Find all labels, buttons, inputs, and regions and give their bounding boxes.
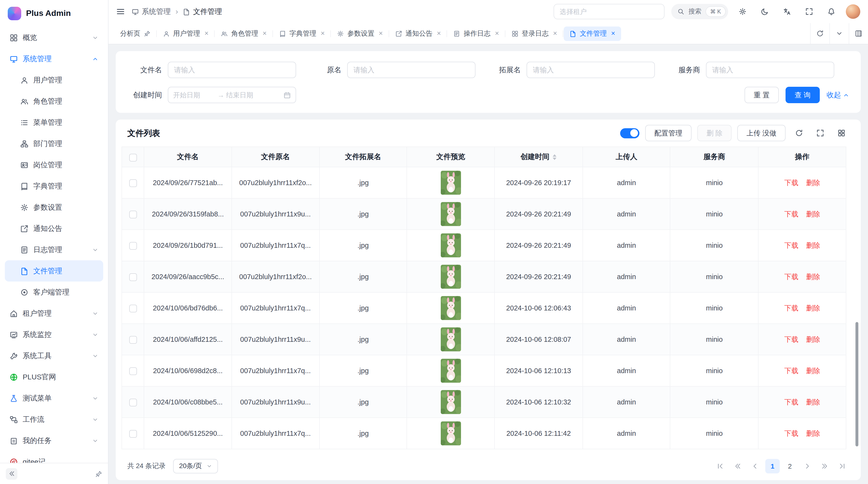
page-button-2[interactable]: 2	[783, 459, 797, 474]
download-link[interactable]: 下载	[784, 429, 798, 437]
col-file-name[interactable]: 文件名	[144, 147, 231, 167]
refresh-tab-button[interactable]	[810, 23, 830, 44]
sidebar-toggle-button[interactable]	[116, 7, 125, 16]
download-link[interactable]: 下载	[784, 366, 798, 374]
tab-analysis[interactable]: 分析页	[114, 26, 156, 41]
page-button-1[interactable]: 1	[765, 459, 780, 474]
translate-button[interactable]	[779, 4, 795, 19]
tab-menu-button[interactable]	[830, 23, 849, 44]
select-all-checkbox[interactable]	[129, 154, 137, 161]
download-link[interactable]: 下载	[784, 335, 798, 343]
download-link[interactable]: 下载	[784, 272, 798, 280]
file-preview-image[interactable]	[440, 327, 461, 351]
file-preview-image[interactable]	[440, 171, 461, 195]
sidebar-item-post-management[interactable]: 岗位管理	[5, 154, 103, 175]
download-link[interactable]: 下载	[784, 398, 798, 406]
row-checkbox[interactable]	[129, 273, 137, 281]
close-icon[interactable]: ×	[495, 30, 499, 37]
delete-link[interactable]: 删除	[806, 241, 820, 249]
close-icon[interactable]: ×	[321, 30, 325, 37]
sidebar-item-test-menu[interactable]: 测试菜单	[5, 388, 103, 409]
file-preview-image[interactable]	[440, 265, 461, 289]
tab-operation-log[interactable]: 操作日志 ×	[448, 26, 505, 41]
file-preview-image[interactable]	[440, 296, 461, 320]
row-checkbox[interactable]	[129, 367, 137, 375]
config-management-button[interactable]: 配置管理	[645, 125, 691, 141]
tab-dict-management[interactable]: 字典管理 ×	[273, 26, 331, 41]
col-provider[interactable]: 服务商	[670, 147, 758, 167]
notifications-button[interactable]	[824, 4, 839, 19]
sidebar-item-system-tools[interactable]: 系统工具	[5, 345, 103, 366]
file-preview-image[interactable]	[440, 359, 461, 383]
file-preview-image[interactable]	[440, 202, 461, 226]
date-range-picker[interactable]: →	[168, 87, 296, 103]
search-toggle-switch[interactable]	[620, 128, 640, 138]
sidebar-item-department-management[interactable]: 部门管理	[5, 133, 103, 154]
file-preview-image[interactable]	[440, 421, 461, 445]
last-page-button[interactable]	[835, 459, 849, 474]
delete-link[interactable]: 删除	[806, 398, 820, 406]
sidebar-item-workflow[interactable]: 工作流	[5, 409, 103, 430]
sidebar-item-role-management[interactable]: 角色管理	[5, 91, 103, 112]
tab-user-management[interactable]: 用户管理 ×	[157, 26, 214, 41]
sidebar-item-menu-management[interactable]: 菜单管理	[5, 112, 103, 133]
sort-icons[interactable]	[553, 154, 557, 160]
app-logo[interactable]: Plus Admin	[0, 0, 108, 27]
start-date-input[interactable]	[173, 91, 216, 99]
extension-input[interactable]	[527, 62, 655, 78]
delete-link[interactable]: 删除	[806, 179, 820, 186]
global-search-button[interactable]: 搜索 ⌘ K	[671, 4, 728, 19]
sidebar-item-gitee[interactable]: gitee记...	[5, 451, 103, 463]
upload-button[interactable]: 上传 没做	[737, 125, 785, 141]
breadcrumb-item-system[interactable]: 系统管理	[132, 7, 171, 16]
close-icon[interactable]: ×	[553, 30, 557, 37]
sidebar-item-client-management[interactable]: 客户端管理	[5, 282, 103, 303]
close-icon[interactable]: ×	[437, 30, 441, 37]
close-icon[interactable]: ×	[262, 30, 267, 37]
close-icon[interactable]: ×	[611, 30, 615, 37]
download-link[interactable]: 下载	[784, 210, 798, 218]
sidebar-pin-button[interactable]	[95, 470, 102, 478]
download-link[interactable]: 下载	[784, 304, 798, 312]
original-name-input[interactable]	[347, 62, 475, 78]
table-scrollbar[interactable]	[856, 322, 858, 446]
col-actions[interactable]: 操作	[758, 147, 846, 167]
close-icon[interactable]: ×	[379, 30, 383, 37]
sidebar-item-notice[interactable]: 通知公告	[5, 218, 103, 239]
row-checkbox[interactable]	[129, 336, 137, 344]
sidebar-item-system-management[interactable]: 系统管理	[5, 48, 103, 69]
sidebar-item-log-management[interactable]: 日志管理	[5, 239, 103, 260]
sidebar-collapse-button[interactable]	[6, 468, 18, 479]
first-page-button[interactable]	[713, 459, 728, 474]
tab-login-log[interactable]: 登录日志 ×	[506, 26, 563, 41]
col-original-name[interactable]: 文件原名	[232, 147, 319, 167]
settings-button[interactable]	[735, 4, 750, 19]
column-settings-button[interactable]	[834, 125, 849, 141]
col-uploader[interactable]: 上传人	[583, 147, 670, 167]
row-checkbox[interactable]	[129, 304, 137, 312]
row-checkbox[interactable]	[129, 430, 137, 438]
page-size-select[interactable]: 20条/页	[173, 459, 218, 474]
provider-input[interactable]	[706, 62, 834, 78]
file-preview-image[interactable]	[440, 233, 461, 257]
sidebar-item-dict-management[interactable]: 字典管理	[5, 175, 103, 197]
pin-icon[interactable]	[144, 30, 151, 37]
row-checkbox[interactable]	[129, 398, 137, 406]
sidebar-item-tenant-management[interactable]: 租户管理	[5, 303, 103, 324]
delete-link[interactable]: 删除	[806, 210, 820, 218]
jump-forward-button[interactable]	[817, 459, 832, 474]
col-preview[interactable]: 文件预览	[407, 147, 495, 167]
download-link[interactable]: 下载	[784, 179, 798, 186]
dark-mode-button[interactable]	[757, 4, 773, 19]
sidebar-item-overview[interactable]: 概览	[5, 27, 103, 48]
tenant-select-input[interactable]	[553, 4, 664, 19]
delete-link[interactable]: 删除	[806, 272, 820, 280]
sidebar-item-param-settings[interactable]: 参数设置	[5, 197, 103, 218]
sidebar-item-file-management[interactable]: 文件管理	[5, 260, 103, 282]
delete-link[interactable]: 删除	[806, 366, 820, 374]
layout-button[interactable]	[849, 23, 868, 44]
user-avatar[interactable]	[846, 4, 860, 19]
search-button[interactable]: 查 询	[785, 87, 820, 103]
delete-link[interactable]: 删除	[806, 335, 820, 343]
download-link[interactable]: 下载	[784, 241, 798, 249]
